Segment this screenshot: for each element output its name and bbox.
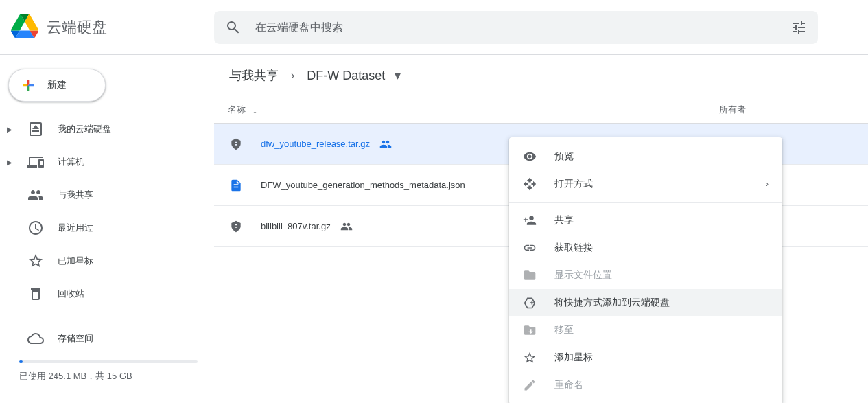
shared-icon — [27, 187, 44, 203]
clock-icon — [27, 220, 44, 236]
chevron-right-icon: ▶ — [5, 159, 14, 166]
menu-item-star[interactable]: 添加星标 — [509, 344, 782, 371]
breadcrumb: 与我共享 › DF-W Dataset ▾ — [214, 55, 868, 96]
drive-add-icon — [523, 296, 537, 310]
file-name: bilibili_807v.tar.gz — [261, 221, 331, 231]
star-icon — [27, 253, 44, 269]
move-icon — [523, 323, 537, 337]
menu-label: 添加星标 — [554, 352, 769, 364]
menu-item-drive-add[interactable]: 将快捷方式添加到云端硬盘 — [509, 289, 782, 316]
nav-list: ▶ 我的云端硬盘 ▶ 计算机 与我共享 最近用过 已加星标 回收站 — [0, 113, 214, 310]
nav-label: 我的云端硬盘 — [58, 123, 111, 135]
nav-label: 存储空间 — [58, 332, 93, 345]
menu-item-eye[interactable]: 预览 — [509, 143, 782, 170]
menu-divider — [509, 202, 782, 203]
column-name[interactable]: 名称 ↓ — [228, 104, 719, 116]
breadcrumb-folder[interactable]: DF-W Dataset ▾ — [307, 68, 401, 83]
menu-label: 获取链接 — [554, 242, 769, 254]
nav-storage[interactable]: 存储空间 — [0, 322, 206, 355]
nav-computers[interactable]: ▶ 计算机 — [0, 146, 206, 179]
storage-text: 已使用 245.1 MB，共 15 GB — [19, 370, 214, 382]
new-button-label: 新建 — [47, 79, 67, 91]
star-icon — [523, 351, 537, 365]
nav-my-drive[interactable]: ▶ 我的云端硬盘 — [0, 113, 206, 146]
file-name: DFW_youtube_generation_methods_metadata.… — [261, 180, 465, 190]
chevron-right-icon: › — [766, 179, 769, 189]
menu-item-open[interactable]: 打开方式 › — [509, 170, 782, 198]
drive-icon — [27, 121, 44, 137]
menu-item-rename: 重命名 — [509, 371, 782, 399]
search-bar[interactable] — [214, 11, 818, 44]
nav-label: 计算机 — [58, 156, 84, 168]
menu-label: 将快捷方式添加到云端硬盘 — [554, 297, 769, 309]
menu-label: 预览 — [554, 150, 769, 163]
menu-item-person-add[interactable]: 共享 — [509, 207, 782, 234]
storage-bar-fill — [19, 360, 23, 363]
storage-section: 存储空间 — [0, 322, 214, 355]
nav-recent[interactable]: 最近用过 — [0, 211, 206, 244]
nav-shared-with-me[interactable]: 与我共享 — [0, 179, 206, 211]
new-button[interactable]: 新建 — [8, 69, 106, 102]
nav-label: 回收站 — [58, 288, 84, 300]
rename-icon — [523, 378, 537, 392]
menu-item-folder: 显示文件位置 — [509, 262, 782, 289]
shared-icon — [379, 138, 392, 150]
nav-label: 已加星标 — [58, 255, 93, 267]
shared-icon — [340, 220, 353, 233]
sort-down-icon: ↓ — [253, 104, 257, 115]
archive-icon — [228, 220, 244, 233]
menu-item-move: 移至 — [509, 316, 782, 344]
divider — [0, 316, 214, 316]
drive-logo-icon — [11, 12, 38, 42]
nav-label: 最近用过 — [58, 222, 93, 234]
cloud-icon — [27, 330, 44, 347]
context-menu: 预览 打开方式 › 共享 获取链接 显示文件位置 将快捷方式添加到云端硬盘 移至… — [509, 137, 782, 403]
eye-icon — [523, 150, 537, 163]
menu-label: 共享 — [554, 214, 769, 227]
link-icon — [523, 241, 537, 255]
menu-label: 重命名 — [554, 379, 769, 391]
breadcrumb-root[interactable]: 与我共享 — [229, 67, 279, 84]
menu-label: 显示文件位置 — [554, 269, 769, 281]
trash-icon — [27, 286, 44, 302]
header: 云端硬盘 — [0, 0, 868, 55]
table-header: 名称 ↓ 所有者 — [214, 96, 868, 124]
nav-label: 与我共享 — [58, 189, 93, 201]
column-owner[interactable]: 所有者 — [719, 104, 868, 116]
app-title: 云端硬盘 — [47, 17, 107, 38]
caret-down-icon: ▾ — [395, 68, 401, 83]
menu-label: 移至 — [554, 324, 769, 336]
person-add-icon — [523, 214, 537, 227]
chevron-right-icon: ▶ — [5, 126, 14, 133]
computers-icon — [27, 154, 44, 170]
archive-icon — [228, 137, 244, 151]
search-input[interactable] — [255, 21, 790, 34]
menu-item-link[interactable]: 获取链接 — [509, 234, 782, 262]
chevron-right-icon: › — [291, 69, 294, 82]
nav-trash[interactable]: 回收站 — [0, 277, 206, 310]
storage-bar — [19, 360, 198, 363]
search-icon — [225, 19, 242, 36]
open-icon — [523, 177, 537, 191]
document-icon — [228, 179, 244, 192]
sidebar: 新建 ▶ 我的云端硬盘 ▶ 计算机 与我共享 最近用过 已加星标 — [0, 55, 214, 403]
folder-icon — [523, 268, 537, 282]
file-name: dfw_youtube_release.tar.gz — [261, 139, 370, 149]
menu-label: 打开方式 — [554, 178, 748, 190]
search-options-icon[interactable] — [790, 19, 807, 36]
nav-starred[interactable]: 已加星标 — [0, 244, 206, 277]
logo-area[interactable]: 云端硬盘 — [11, 12, 214, 42]
